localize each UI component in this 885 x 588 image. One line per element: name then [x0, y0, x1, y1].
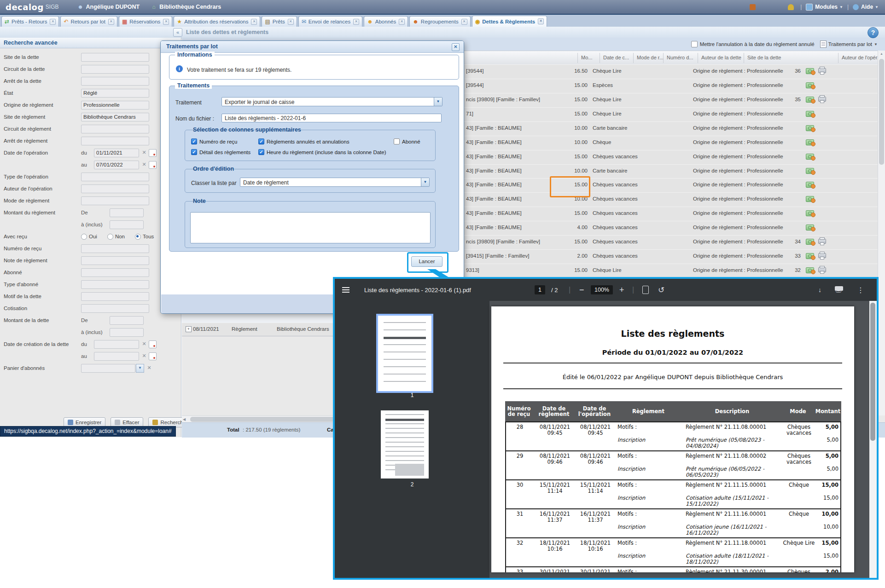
receipt-money-icon[interactable] [806, 97, 814, 103]
more-options-icon[interactable]: ⋮ [857, 279, 864, 301]
field-motif-de-la-dette[interactable] [81, 292, 149, 301]
radio-avec-re-u-non[interactable]: Non [107, 234, 125, 240]
print-receipt-icon[interactable] [818, 68, 826, 73]
modules-menu[interactable]: Modules [815, 4, 838, 10]
pdf-scrollbar[interactable] [869, 301, 877, 578]
note-textarea[interactable] [190, 212, 431, 243]
tab-close-icon[interactable]: ✕ [50, 19, 56, 25]
receipt-money-icon[interactable] [806, 168, 814, 174]
receipt-money-icon[interactable] [806, 239, 814, 245]
checkbox-abonn-[interactable]: Abonné [394, 138, 420, 144]
tab-abonn-s[interactable]: ☻Abonnés✕ [364, 16, 408, 27]
field-arr-t-de-la-dette[interactable] [81, 77, 149, 86]
chevron-down-icon[interactable]: ▼ [136, 364, 144, 373]
column-header[interactable]: Date de c... [603, 55, 629, 60]
tab-close-icon[interactable]: ✕ [108, 19, 114, 25]
checkbox-r-glements-annul-s-et-annulations[interactable]: ✓Règlements annulés et annulations [258, 138, 349, 144]
field-date-de-cr-ation-de-la-dette-to[interactable] [94, 352, 139, 361]
tab-close-icon[interactable]: ✕ [163, 19, 169, 25]
vertical-scrollbar[interactable]: ▲ [878, 51, 885, 415]
tab-regroupements[interactable]: ☻Regroupements✕ [409, 16, 470, 27]
field-circuit-de-r-glement[interactable] [81, 125, 149, 133]
tab-close-icon[interactable]: ✕ [399, 19, 405, 25]
download-icon[interactable]: ↓ [818, 279, 821, 302]
help-button[interactable]: ? [868, 27, 879, 38]
column-header[interactable]: Mo... [581, 55, 592, 60]
field-site-de-r-glement[interactable]: Bibliothèque Cendrars [81, 113, 149, 121]
field-arr-t-de-r-glement[interactable] [81, 137, 149, 145]
field-note-de-r-glement[interactable] [81, 256, 149, 265]
tab-close-icon[interactable]: ✕ [353, 19, 359, 25]
column-header[interactable]: Auteur de l'opér... [842, 55, 881, 60]
pdf-menu-icon[interactable] [342, 279, 349, 301]
clear-icon[interactable]: ✕ [141, 353, 147, 359]
calendar-icon[interactable] [149, 340, 157, 348]
field-mode-de-r-glement[interactable] [81, 196, 149, 205]
field-montant-du-r-glement-from[interactable] [110, 208, 144, 217]
field-montant-du-r-glement-to[interactable] [110, 220, 144, 229]
column-header[interactable]: Auteur de la dette [701, 55, 741, 60]
checkbox-num-ro-de-re-u[interactable]: ✓Numéro de reçu [191, 138, 237, 144]
column-header[interactable]: Site de la dette [747, 55, 781, 60]
field-circuit-de-la-dette[interactable] [81, 65, 149, 74]
receipt-money-icon[interactable] [806, 82, 814, 88]
field-montant-de-la-dette-from[interactable] [110, 316, 144, 325]
field-auteur-de-l-op-ration[interactable] [81, 184, 149, 193]
checkbox-heure-du-r-glement-incluse-dans-la-colonne-date-[interactable]: ✓Heure du règlement (incluse dans la col… [258, 149, 386, 155]
tab-pr-ts-retours[interactable]: ⇄Prêts - Retours✕ [1, 16, 59, 27]
radio-avec-re-u-oui[interactable]: Oui [81, 234, 97, 240]
receipt-money-icon[interactable] [806, 267, 814, 273]
tab-r-servations[interactable]: ▦Réservations✕ [119, 16, 172, 27]
receipt-money-icon[interactable] [806, 125, 814, 131]
radio-avec-re-u-tous[interactable]: Tous [135, 234, 154, 240]
field-type-d-abonn-[interactable] [81, 280, 149, 289]
scroll-left-icon[interactable]: ◀ [183, 417, 186, 421]
field-num-ro-de-re-u[interactable] [81, 244, 149, 253]
clear-icon[interactable]: ✕ [141, 341, 147, 347]
column-header[interactable]: Numéro d... [667, 55, 693, 60]
tab-retours-par-lot[interactable]: ↶Retours par lot✕ [60, 16, 117, 27]
rotate-icon[interactable]: ↺ [658, 279, 664, 301]
field-site-de-la-dette[interactable] [81, 53, 149, 62]
tab-close-icon[interactable]: ✕ [538, 18, 544, 24]
key-icon[interactable] [788, 4, 794, 10]
zoom-out-icon[interactable]: − [579, 279, 584, 301]
pdf-page-input[interactable]: 1 [535, 279, 545, 301]
filename-input[interactable]: Liste des règlements - 2022-01-6 [221, 114, 442, 122]
tab-pr-ts[interactable]: ▤Prêts✕ [262, 16, 297, 27]
clear-icon[interactable]: ✕ [146, 365, 152, 371]
receipt-money-icon[interactable] [806, 210, 814, 216]
receipt-money-icon[interactable] [806, 182, 814, 188]
calendar-icon[interactable] [149, 149, 157, 157]
zoom-in-icon[interactable]: + [619, 279, 624, 301]
batch-actions-button[interactable]: Traitements par lot ▼ [820, 40, 878, 48]
receipt-money-icon[interactable] [806, 111, 814, 117]
receipt-money-icon[interactable] [806, 68, 814, 74]
pdf-zoom-level[interactable]: 100% [591, 279, 613, 301]
calendar-icon[interactable] [149, 161, 157, 169]
tab-close-icon[interactable]: ✕ [461, 19, 467, 25]
field--tat[interactable]: Réglé [81, 89, 149, 98]
field-montant-de-la-dette-to[interactable] [110, 328, 144, 337]
column-header[interactable]: Mode de r... [637, 55, 664, 60]
tab-dettes-r-glements[interactable]: ◉Dettes & Règlements✕ [472, 16, 547, 27]
tab-close-icon[interactable]: ✕ [288, 19, 294, 25]
traitement-select[interactable]: Exporter le journal de caisse ▼ [221, 97, 442, 106]
print-receipt-icon[interactable] [818, 97, 826, 102]
field-abonn-[interactable] [81, 268, 149, 277]
receipt-money-icon[interactable] [806, 225, 814, 231]
print-icon[interactable]: ⎙ [836, 279, 841, 301]
receipt-money-icon[interactable] [806, 196, 814, 202]
collapse-panel-button[interactable]: « [173, 28, 182, 37]
field-cotisation[interactable] [81, 304, 149, 313]
current-site[interactable]: ⌂ Bibliothèque Cendrars [151, 4, 221, 10]
notification-icon[interactable] [750, 4, 756, 10]
tab-attribution-des-r-servations[interactable]: ★Attribution des réservations✕ [174, 16, 260, 27]
field-origine-de-r-glement[interactable]: Professionnelle [81, 101, 149, 110]
receipt-money-icon[interactable] [806, 154, 814, 160]
grid-group-row[interactable]: + 08/11/2021 Règlement Bibliothèque Cend… [182, 323, 334, 336]
print-receipt-icon[interactable] [818, 239, 826, 244]
close-icon[interactable]: ✕ [452, 43, 460, 51]
field-type-de-l-op-ration[interactable] [81, 173, 149, 181]
clear-icon[interactable]: ✕ [141, 150, 147, 156]
